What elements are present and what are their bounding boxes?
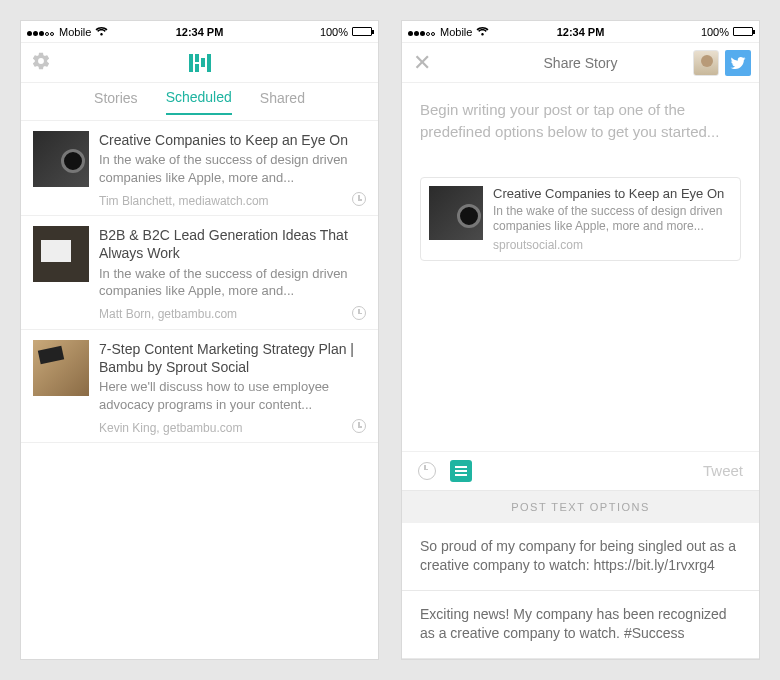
card-title: Creative Companies to Keep an Eye On [493,186,732,202]
story-thumbnail [33,131,89,187]
post-options-header: POST TEXT OPTIONS [402,491,759,523]
status-bar: Mobile 12:34 PM 100% [402,21,759,43]
battery-icon [733,27,753,36]
compose-toolbar: Tweet [402,451,759,491]
scheduled-clock-icon [352,192,366,206]
tab-scheduled[interactable]: Scheduled [166,89,232,115]
list-item[interactable]: B2B & B2C Lead Generation Ideas That Alw… [21,216,378,329]
story-desc: In the wake of the success of design dri… [99,151,366,186]
clock-label: 12:34 PM [557,26,605,38]
phone-left-stories: Mobile 12:34 PM 100% Stories Scheduled S… [20,20,379,660]
story-title: B2B & B2C Lead Generation Ideas That Alw… [99,226,366,262]
story-title: Creative Companies to Keep an Eye On [99,131,366,149]
tab-bar: Stories Scheduled Shared [21,83,378,121]
scheduled-clock-icon [352,306,366,320]
signal-dots-icon [27,26,55,38]
list-item[interactable]: Creative Companies to Keep an Eye On In … [21,121,378,216]
signal-dots-icon [408,26,436,38]
story-meta: Kevin King, getbambu.com [99,421,242,435]
post-text-option[interactable]: So proud of my company for being singled… [402,523,759,591]
post-text-option[interactable]: Exciting news! My company has been recog… [402,591,759,659]
app-logo-icon [189,54,211,72]
story-desc: Here we'll discuss how to use employee a… [99,378,366,413]
settings-gear-icon[interactable] [31,51,51,75]
card-thumbnail [429,186,483,240]
list-item[interactable]: 7-Step Content Marketing Strategy Plan |… [21,330,378,443]
story-thumbnail [33,340,89,396]
carrier-label: Mobile [59,26,91,38]
nav-bar [21,43,378,83]
status-bar: Mobile 12:34 PM 100% [21,21,378,43]
notes-button[interactable] [450,460,472,482]
battery-pct-label: 100% [701,26,729,38]
card-desc: In the wake of the success of design dri… [493,204,732,235]
scheduled-list[interactable]: Creative Companies to Keep an Eye On In … [21,121,378,659]
story-thumbnail [33,226,89,282]
scheduled-clock-icon [352,419,366,433]
wifi-icon [476,26,489,38]
twitter-button[interactable] [725,50,751,76]
tab-stories[interactable]: Stories [94,90,138,114]
attached-story-card[interactable]: Creative Companies to Keep an Eye On In … [420,177,741,261]
tweet-button[interactable]: Tweet [703,462,743,479]
story-title: 7-Step Content Marketing Strategy Plan |… [99,340,366,376]
carrier-label: Mobile [440,26,472,38]
battery-pct-label: 100% [320,26,348,38]
schedule-clock-icon[interactable] [418,462,436,480]
story-meta: Tim Blanchett, mediawatch.com [99,194,269,208]
tab-shared[interactable]: Shared [260,90,305,114]
battery-icon [352,27,372,36]
card-source: sproutsocial.com [493,238,732,252]
clock-label: 12:34 PM [176,26,224,38]
share-nav-bar: ✕ Share Story [402,43,759,83]
wifi-icon [95,26,108,38]
phone-right-share: Mobile 12:34 PM 100% ✕ Share Story Begin… [401,20,760,660]
compose-textarea[interactable]: Begin writing your post or tap one of th… [420,99,741,173]
story-meta: Matt Born, getbambu.com [99,307,237,321]
story-desc: In the wake of the success of design dri… [99,265,366,300]
user-avatar[interactable] [693,50,719,76]
